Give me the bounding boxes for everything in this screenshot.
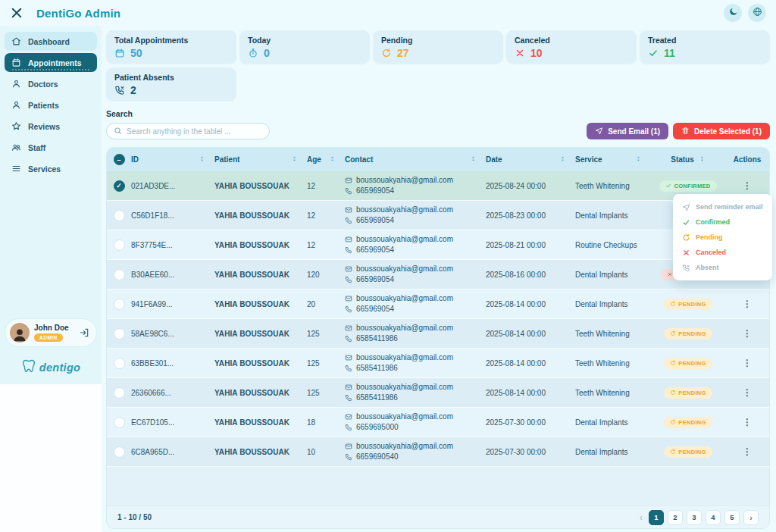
column-header-contact: Contact — [345, 155, 486, 164]
row-actions-icon[interactable]: ⋮ — [725, 180, 769, 191]
page-button-3[interactable]: 3 — [687, 510, 702, 525]
cell-age: 12 — [307, 241, 345, 249]
row-actions-icon[interactable]: ⋮ — [725, 387, 769, 398]
check-icon — [648, 48, 659, 58]
prev-page-icon[interactable]: ‹ — [637, 512, 645, 523]
sidebar-item-dashboard[interactable]: Dashboard — [5, 32, 97, 51]
envelope-icon — [345, 295, 352, 302]
sort-icon[interactable] — [699, 155, 706, 164]
row-checkbox[interactable] — [114, 328, 125, 340]
next-page-icon[interactable]: › — [743, 510, 759, 525]
status-badge: PENDING — [664, 446, 712, 458]
sort-icon[interactable] — [470, 155, 477, 164]
status-badge: PENDING — [664, 358, 712, 369]
cell-id: 6C8A965D... — [131, 448, 214, 456]
send-email-button[interactable]: Send Email (1) — [587, 123, 668, 139]
cell-contact: boussouakyahia@gmail.com 6659690540 — [345, 441, 486, 463]
status-badge: PENDING — [664, 387, 712, 399]
row-checkbox[interactable] — [114, 446, 125, 458]
sidebar-item-reviews[interactable]: Reviews — [5, 117, 97, 136]
stat-value: 11 — [664, 47, 675, 59]
sidebar-item-appointments[interactable]: Appointments — [5, 53, 97, 72]
delete-selected-button[interactable]: Delete Selected (1) — [673, 123, 770, 139]
table-row: 58AE98C6... YAHIA BOUSSOUAK 125 boussoua… — [107, 319, 769, 349]
row-actions-icon[interactable]: ⋮ — [725, 299, 769, 309]
xmark-icon — [515, 48, 525, 58]
menu-item-pending[interactable]: Pending — [673, 230, 772, 245]
close-sidebar-icon[interactable] — [10, 6, 23, 20]
table-row: EC67D105... YAHIA BOUSSOUAK 18 boussouak… — [107, 408, 769, 437]
status-badge: CONFIRMED — [659, 180, 716, 192]
cell-date: 2025-08-21 00:00 — [486, 241, 575, 249]
person-icon — [11, 100, 21, 110]
language-button[interactable] — [748, 4, 766, 22]
cell-service: Dental Implants — [575, 448, 651, 456]
xmark-icon — [682, 249, 690, 257]
cell-id: EC67D105... — [131, 418, 214, 427]
cell-date: 2025-07-30 00:00 — [486, 448, 575, 456]
row-checkbox[interactable]: ✓ — [114, 180, 125, 192]
calendar-icon — [11, 58, 21, 67]
logout-icon[interactable] — [77, 325, 92, 340]
row-actions-icon[interactable]: ⋮ — [725, 358, 769, 368]
refresh-icon — [670, 449, 676, 455]
cell-patient: YAHIA BOUSSOUAK — [214, 359, 307, 368]
cell-id: 58AE98C6... — [131, 330, 214, 338]
sort-icon[interactable] — [329, 155, 336, 164]
row-checkbox[interactable] — [114, 239, 125, 251]
page-button-1[interactable]: 1 — [649, 510, 664, 525]
cell-date: 2025-08-16 00:00 — [486, 271, 575, 279]
stat-value: 27 — [397, 47, 409, 59]
page-button-5[interactable]: 5 — [724, 510, 740, 525]
sort-icon[interactable] — [291, 155, 298, 164]
calendar-icon — [114, 48, 125, 58]
page-button-4[interactable]: 4 — [706, 510, 721, 525]
cell-contact: boussouakyahia@gmail.com 665969054 — [345, 293, 486, 315]
stat-card-patient-absents: Patient Absents 2 — [106, 67, 236, 101]
status-badge: PENDING — [664, 328, 712, 340]
table-row: 6C8A965D... YAHIA BOUSSOUAK 10 boussouak… — [107, 437, 769, 467]
cell-age: 125 — [307, 389, 345, 397]
row-actions-icon[interactable]: ⋮ — [725, 328, 769, 339]
sort-icon[interactable] — [199, 155, 205, 164]
phone-icon — [345, 187, 352, 195]
column-header-service: Service — [575, 155, 651, 164]
envelope-icon — [345, 236, 352, 243]
page-button-2[interactable]: 2 — [668, 510, 683, 525]
sidebar-item-doctors[interactable]: Doctors — [5, 74, 97, 93]
row-actions-icon[interactable]: ⋮ — [725, 417, 769, 427]
cell-patient: YAHIA BOUSSOUAK — [214, 182, 307, 190]
search-input[interactable] — [127, 127, 262, 136]
envelope-icon — [345, 177, 352, 184]
phone-icon — [345, 305, 352, 313]
user-card[interactable]: John Doe ADMIN — [5, 318, 97, 347]
row-checkbox[interactable] — [114, 299, 125, 310]
sidebar-item-services[interactable]: Services — [5, 159, 97, 178]
cell-id: C56D1F18... — [131, 211, 214, 220]
row-checkbox[interactable] — [114, 210, 125, 221]
phone-icon — [345, 217, 352, 224]
row-actions-icon[interactable]: ⋮ — [725, 446, 769, 457]
row-checkbox[interactable] — [114, 387, 125, 399]
select-all-checkbox[interactable]: – — [114, 154, 125, 165]
cell-contact: boussouakyahia@gmail.com 665969054 — [345, 264, 486, 286]
row-checkbox[interactable] — [114, 269, 125, 280]
sort-icon[interactable] — [559, 155, 566, 164]
sort-icon[interactable] — [635, 155, 642, 164]
envelope-icon — [345, 324, 352, 332]
star-icon — [11, 121, 21, 131]
row-checkbox[interactable] — [114, 358, 125, 369]
menu-item-send-reminder-email[interactable]: Send reminder email — [673, 199, 772, 214]
menu-item-confirmed[interactable]: Confirmed — [673, 214, 772, 230]
sidebar-item-patients[interactable]: Patients — [5, 95, 97, 114]
dark-mode-toggle-button[interactable] — [724, 4, 742, 22]
search-box[interactable] — [106, 123, 270, 139]
menu-item-absent[interactable]: Absent — [673, 260, 772, 275]
row-checkbox[interactable] — [114, 417, 125, 428]
phone-icon — [345, 453, 352, 461]
cell-contact: boussouakyahia@gmail.com 665969054 — [345, 234, 486, 256]
table-row: 63BBE301... YAHIA BOUSSOUAK 125 boussoua… — [107, 349, 769, 378]
sidebar-item-staff[interactable]: Staff — [5, 138, 97, 157]
search-label: Search — [106, 109, 270, 118]
menu-item-canceled[interactable]: Canceled — [673, 245, 772, 260]
